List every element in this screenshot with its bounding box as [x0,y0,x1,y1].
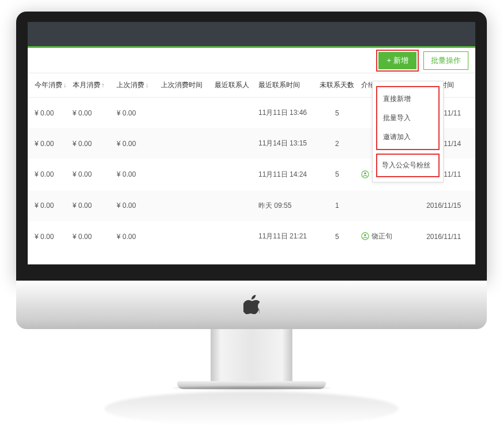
highlight-dropdown-top: 直接新增 批量导入 邀请加入 [376,86,440,150]
cell-contact-time: 昨天 09:55 [256,191,316,221]
cell-intro [359,191,425,221]
toolbar: + 新增 批量操作 [28,48,475,73]
cell-days: 5 [316,221,358,253]
app-topbar [28,22,475,46]
cell-contact [212,128,256,159]
intro-name: 饶正旬 [371,232,392,241]
cell-last: ¥ 0.00 [114,98,158,129]
col-recent-contact[interactable]: 最近联系人 [212,73,256,98]
table-row[interactable]: ¥ 0.00 ¥ 0.00 ¥ 0.00 11月11日 21:21 5 饶正旬 [28,221,475,253]
cell-month: ¥ 0.00 [70,159,114,191]
col-month-spend[interactable]: 本月消费↑ [70,73,114,98]
batch-button-label: 批量操作 [431,56,461,65]
col-no-contact-days[interactable]: 未联系天数 [316,73,358,98]
dropdown-item-invite[interactable]: 邀请加入 [380,128,436,147]
cell-intro: 饶正旬 [359,221,425,253]
cell-last-time [159,191,212,221]
cell-contact [212,221,256,253]
apple-logo-icon [243,294,260,314]
col-last-spend-time[interactable]: 上次消费时间 [159,73,212,98]
imac-screen: + 新增 批量操作 今年消费↓ 本月消费↑ 上次消费↓ 上次消费时间 最近联系人 [16,12,487,281]
cell-last: ¥ 0.00 [114,191,158,221]
table-row[interactable]: ¥ 0.00 ¥ 0.00 ¥ 0.00 昨天 09:55 1 2016/11/… [28,191,475,221]
cell-year: ¥ 0.00 [28,159,70,191]
imac-chin [16,281,487,329]
cell-contact-time: 11月11日 21:21 [256,221,316,253]
cell-last-time [159,159,212,191]
sort-down-icon: ↓ [145,81,149,88]
cell-days: 5 [316,159,358,191]
dropdown-item-import-fans[interactable]: 导入公众号粉丝 [378,156,437,175]
highlight-dropdown-bottom: 导入公众号粉丝 [376,154,440,177]
person-circle-icon [361,170,369,178]
col-recent-contact-time[interactable]: 最近联系时间 [256,73,316,98]
cell-contact [212,159,256,191]
cell-days: 1 [316,191,358,221]
cell-year: ¥ 0.00 [28,221,70,253]
col-last-spend[interactable]: 上次消费↓ [114,73,158,98]
plus-icon: + [386,56,391,65]
imac-mockup: + 新增 批量操作 今年消费↓ 本月消费↑ 上次消费↓ 上次消费时间 最近联系人 [16,12,487,426]
cell-contact-time: 11月14日 13:15 [256,128,316,159]
cell-month: ¥ 0.00 [70,221,114,253]
dropdown-item-direct-add[interactable]: 直接新增 [380,89,436,109]
sort-up-icon: ↑ [102,81,105,88]
app-window: + 新增 批量操作 今年消费↓ 本月消费↑ 上次消费↓ 上次消费时间 最近联系人 [28,22,475,264]
col-year-spend[interactable]: 今年消费↓ [28,73,70,98]
cell-contact [212,191,256,221]
cell-last: ¥ 0.00 [114,128,158,159]
cell-last-time [159,128,212,159]
cell-join: 2016/11/11 [424,221,475,253]
cell-month: ¥ 0.00 [70,191,114,221]
cell-contact-time: 11月11日 14:24 [256,159,316,191]
cell-days: 2 [316,128,358,159]
imac-reflection [104,391,399,426]
svg-point-1 [364,172,366,174]
cell-last: ¥ 0.00 [114,221,158,253]
imac-stand-foot [177,381,326,389]
cell-month: ¥ 0.00 [70,98,114,129]
cell-last: ¥ 0.00 [114,159,158,191]
cell-contact-time: 11月11日 13:46 [256,98,316,129]
add-button-label: 新增 [393,55,408,66]
cell-contact [212,98,256,129]
cell-month: ¥ 0.00 [70,128,114,159]
cell-last-time [159,98,212,129]
cell-days: 5 [316,98,358,129]
cell-last-time [159,221,212,253]
dropdown-item-batch-import[interactable]: 批量导入 [380,109,436,128]
person-circle-icon [361,232,369,240]
cell-join: 2016/11/15 [424,191,475,221]
imac-stand-neck [211,329,292,381]
highlight-add-button: + 新增 [376,50,419,72]
add-button[interactable]: + 新增 [378,52,416,69]
cell-year: ¥ 0.00 [28,191,70,221]
batch-button[interactable]: 批量操作 [423,51,468,70]
cell-year: ¥ 0.00 [28,98,70,129]
sort-down-icon: ↓ [63,81,67,88]
add-dropdown: 直接新增 批量导入 邀请加入 导入公众号粉丝 [372,81,444,182]
svg-point-3 [364,234,366,237]
cell-year: ¥ 0.00 [28,128,70,159]
